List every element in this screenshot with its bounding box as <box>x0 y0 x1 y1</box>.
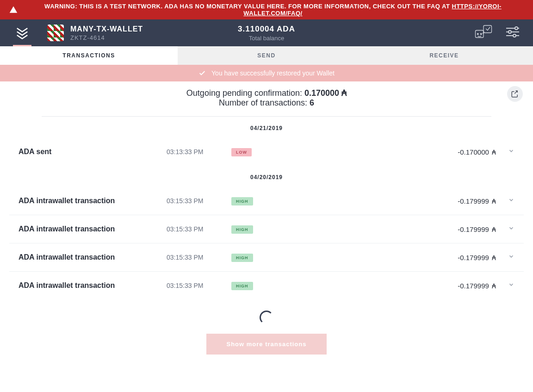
table-row[interactable]: ADA sent 03:13:33 PM LOW -0.170000 ₳ <box>9 138 524 166</box>
tx-summary: Outgoing pending confirmation: 0.170000 … <box>0 81 533 116</box>
settings-icon[interactable] <box>505 26 520 40</box>
expand-toggle[interactable] <box>496 197 514 205</box>
table-row[interactable]: ADA intrawallet transaction 03:15:33 PM … <box>9 243 524 271</box>
assurance-badge: HIGH <box>231 282 253 290</box>
assurance-badge: HIGH <box>231 197 253 205</box>
tx-time: 03:15:33 PM <box>167 254 231 261</box>
tx-amount: -0.179999 ₳ <box>422 225 496 233</box>
table-row[interactable]: ADA intrawallet transaction 03:15:33 PM … <box>9 187 524 215</box>
tx-title: ADA intrawallet transaction <box>19 225 167 233</box>
tx-time: 03:15:33 PM <box>167 225 231 233</box>
tx-time: 03:15:33 PM <box>167 282 231 289</box>
tab-transactions[interactable]: TRANSACTIONS <box>0 46 178 65</box>
export-icon <box>511 90 519 98</box>
tx-group: ADA sent 03:13:33 PM LOW -0.170000 ₳ <box>0 138 533 166</box>
total-balance: 3.110004 ADA <box>238 25 295 34</box>
warning-icon <box>9 6 18 14</box>
assurance-badge: HIGH <box>231 225 253 234</box>
tab-send[interactable]: SEND <box>178 46 355 65</box>
wallet-selector[interactable]: MANY-TX-WALLET ZKTZ-4614 <box>47 25 143 41</box>
notice-text: You have successfully restored your Wall… <box>211 69 335 77</box>
table-row[interactable]: ADA intrawallet transaction 03:15:33 PM … <box>9 215 524 243</box>
tx-time: 03:15:33 PM <box>167 197 231 205</box>
spinner-icon <box>260 311 273 324</box>
assurance-badge: HIGH <box>231 254 253 262</box>
svg-point-9 <box>513 34 516 37</box>
app-logo[interactable] <box>13 28 31 46</box>
balance-label: Total balance <box>238 35 295 42</box>
yoroi-logo-icon <box>15 26 29 40</box>
sliders-icon <box>505 26 520 38</box>
expand-toggle[interactable] <box>496 148 514 156</box>
assurance-badge: LOW <box>231 148 252 156</box>
app-header: MANY-TX-WALLET ZKTZ-4614 3.110004 ADA To… <box>0 19 533 46</box>
tx-amount: -0.179999 ₳ <box>422 197 496 205</box>
wallet-identicon <box>47 25 64 41</box>
warning-banner: WARNING: THIS IS A TEST NETWORK. ADA HAS… <box>0 0 533 19</box>
tx-amount: -0.179999 ₳ <box>422 254 496 261</box>
chevron-down-icon <box>508 281 514 288</box>
tx-title: ADA intrawallet transaction <box>19 197 167 205</box>
restore-notice: You have successfully restored your Wall… <box>0 65 533 81</box>
warning-text: WARNING: THIS IS A TEST NETWORK. ADA HAS… <box>44 3 452 10</box>
tx-count-value: 6 <box>310 98 314 107</box>
ada-symbol: ₳ <box>341 88 347 98</box>
svg-point-7 <box>508 31 511 33</box>
show-more-button[interactable]: Show more transactions <box>206 334 327 355</box>
table-row[interactable]: ADA intrawallet transaction 03:15:33 PM … <box>9 271 524 299</box>
tab-receive[interactable]: RECEIVE <box>355 46 533 65</box>
wallet-tabs: TRANSACTIONS SEND RECEIVE <box>0 46 533 65</box>
trezor-icon <box>474 24 493 40</box>
svg-point-2 <box>477 33 478 35</box>
svg-point-3 <box>480 33 482 35</box>
wallet-subid: ZKTZ-4614 <box>70 34 143 41</box>
date-heading: 04/21/2019 <box>0 117 533 138</box>
tx-group: ADA intrawallet transaction 03:15:33 PM … <box>0 187 533 299</box>
tx-title: ADA sent <box>19 148 167 156</box>
hardware-wallet-icon[interactable] <box>474 24 493 42</box>
wallet-name: MANY-TX-WALLET <box>70 25 143 33</box>
tx-count-label: Number of transactions: <box>219 98 310 107</box>
tx-time: 03:13:33 PM <box>167 148 231 156</box>
svg-rect-0 <box>483 25 492 33</box>
chevron-down-icon <box>508 197 514 203</box>
loading-spinner <box>0 299 533 334</box>
chevron-down-icon <box>508 148 514 154</box>
tx-title: ADA intrawallet transaction <box>19 253 167 261</box>
export-button[interactable] <box>507 86 523 102</box>
pending-label: Outgoing pending confirmation: <box>186 88 304 98</box>
expand-toggle[interactable] <box>496 281 514 290</box>
tx-title: ADA intrawallet transaction <box>19 281 167 290</box>
balance-block: 3.110004 ADA Total balance <box>238 25 295 42</box>
date-heading: 04/20/2019 <box>0 166 533 187</box>
tx-amount: -0.179999 ₳ <box>422 282 496 290</box>
check-icon <box>198 69 206 77</box>
expand-toggle[interactable] <box>496 253 514 261</box>
expand-toggle[interactable] <box>496 225 514 233</box>
svg-point-5 <box>515 27 518 30</box>
chevron-down-icon <box>508 225 514 231</box>
pending-value: 0.170000 <box>304 88 339 98</box>
chevron-down-icon <box>508 253 514 260</box>
tx-amount: -0.170000 ₳ <box>422 148 496 156</box>
